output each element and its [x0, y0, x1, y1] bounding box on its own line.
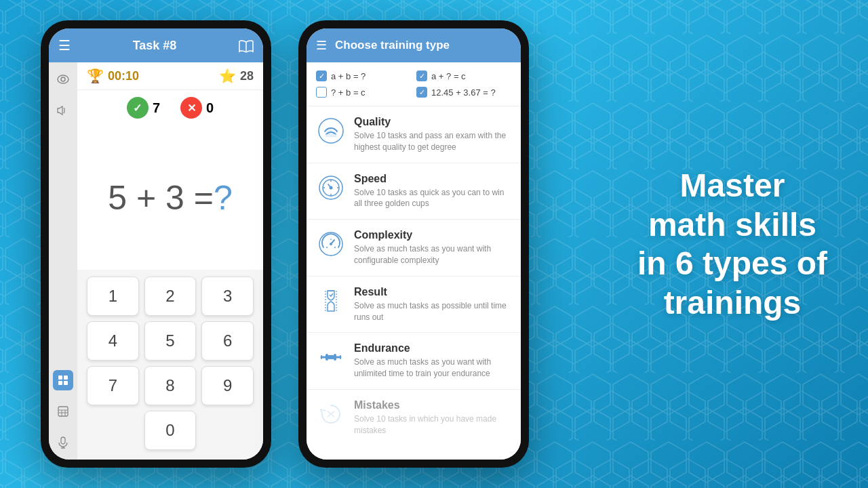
- endurance-text: Endurance Solve as much tasks as you wan…: [354, 342, 511, 380]
- phone2: ☰ Choose training type ✓ a + b = ? ✓ a +…: [298, 20, 529, 468]
- cb-decimal-icon: ✓: [416, 87, 427, 98]
- speed-icon: [316, 173, 346, 203]
- speed-desc: Solve 10 tasks as quick as you can to wi…: [354, 187, 511, 210]
- checkbox-ac[interactable]: ✓ a + ? = c: [416, 70, 511, 81]
- side-panel: [49, 62, 77, 460]
- training-item-complexity[interactable]: Complexity Solve as much tasks as you wa…: [307, 220, 521, 277]
- svg-rect-36: [334, 354, 336, 361]
- check-icon: ✓: [127, 97, 149, 119]
- volume-icon-btn[interactable]: [53, 100, 73, 121]
- training-list: Quality Solve 10 tasks and pass an exam …: [307, 106, 521, 460]
- quality-desc: Solve 10 tasks and pass an exam with the…: [354, 130, 511, 153]
- svg-rect-35: [326, 354, 328, 361]
- cb-ab-label: a + b = ?: [331, 71, 366, 81]
- num-btn-9[interactable]: 9: [201, 366, 254, 405]
- book-icon[interactable]: [239, 38, 254, 54]
- incorrect-count: ✕ 0: [180, 97, 214, 119]
- phone1-title: Task #8: [133, 39, 177, 53]
- svg-rect-12: [61, 437, 65, 444]
- mistakes-desc: Solve 10 tasks in which you have made mi…: [354, 413, 511, 436]
- num-btn-6[interactable]: 6: [201, 321, 254, 361]
- checkbox-decimal[interactable]: ✓ 12.45 + 3.67 = ?: [416, 87, 511, 98]
- num-btn-3[interactable]: 3: [201, 277, 254, 316]
- numpad: 1 2 3 4 5 6 7 8 9 0: [77, 270, 263, 460]
- num-btn-2[interactable]: 2: [144, 277, 197, 316]
- result-icon: [316, 286, 346, 316]
- cb-bc-label: ? + b = c: [331, 87, 366, 98]
- math-problem: 5 + 3 = ?: [77, 125, 263, 270]
- mistakes-text: Mistakes Solve 10 tasks in which you hav…: [354, 399, 511, 436]
- num-btn-0[interactable]: 0: [144, 411, 197, 450]
- phone1-sidebar: 🏆 00:10 ⭐ 28 ✓ 7: [49, 62, 263, 460]
- complexity-text: Complexity Solve as much tasks as you wa…: [354, 229, 511, 266]
- svg-point-2: [61, 77, 65, 81]
- score-display: ⭐ 28: [219, 68, 254, 84]
- svg-rect-6: [64, 381, 68, 385]
- num-btn-4[interactable]: 4: [87, 321, 139, 361]
- timer-display: 🏆 00:10: [87, 68, 139, 84]
- cb-bc-icon: [316, 87, 327, 98]
- cb-ac-label: a + ? = c: [431, 71, 466, 81]
- training-item-quality[interactable]: Quality Solve 10 tasks and pass an exam …: [307, 106, 521, 163]
- training-item-result[interactable]: Result Solve as much tasks as possible u…: [307, 277, 521, 333]
- speed-text: Speed Solve 10 tasks as quick as you can…: [354, 173, 511, 210]
- cb-decimal-label: 12.45 + 3.67 = ?: [431, 87, 496, 98]
- complexity-name: Complexity: [354, 229, 511, 241]
- menu-icon-phone2[interactable]: ☰: [316, 38, 327, 53]
- result-desc: Solve as much tasks as possible until ti…: [354, 300, 511, 323]
- svg-rect-37: [328, 355, 334, 359]
- complexity-icon: [316, 229, 346, 259]
- correct-value: 7: [153, 100, 160, 116]
- quality-name: Quality: [354, 116, 511, 128]
- phone2-header: ☰ Choose training type: [307, 28, 521, 62]
- star-icon: ⭐: [219, 68, 236, 84]
- mistakes-icon: [316, 399, 346, 429]
- result-text: Result Solve as much tasks as possible u…: [354, 286, 511, 323]
- phone1-inner: ☰ Task #8: [49, 28, 263, 460]
- quality-icon: [316, 116, 346, 146]
- quality-text: Quality Solve 10 tasks and pass an exam …: [354, 116, 511, 153]
- svg-rect-3: [58, 375, 62, 380]
- table-icon-btn[interactable]: [53, 401, 73, 422]
- speed-name: Speed: [354, 173, 511, 185]
- phone1-header: ☰ Task #8: [49, 28, 263, 62]
- svg-rect-4: [64, 375, 68, 380]
- num-btn-5[interactable]: 5: [144, 321, 197, 361]
- phone2-inner: ☰ Choose training type ✓ a + b = ? ✓ a +…: [307, 28, 521, 460]
- training-item-mistakes[interactable]: Mistakes Solve 10 tasks in which you hav…: [307, 390, 521, 446]
- phone1: ☰ Task #8: [41, 20, 271, 468]
- endurance-icon: [316, 342, 346, 372]
- checkbox-ab[interactable]: ✓ a + b = ?: [316, 70, 411, 81]
- svg-point-26: [330, 243, 332, 245]
- grid-icon-btn[interactable]: [53, 370, 73, 390]
- svg-point-1: [58, 75, 68, 83]
- checkboxes-section: ✓ a + b = ? ✓ a + ? = c ? + b = c ✓ 12.4…: [307, 62, 521, 106]
- svg-rect-5: [58, 381, 62, 385]
- cb-ac-icon: ✓: [416, 70, 427, 81]
- promo-text: Master math skills in 6 types of trainin…: [637, 166, 827, 322]
- phones-area: ☰ Task #8: [41, 20, 529, 468]
- result-name: Result: [354, 286, 511, 298]
- phone2-title: Choose training type: [335, 39, 450, 52]
- mic-icon-btn[interactable]: [53, 432, 73, 453]
- cb-ab-icon: ✓: [316, 70, 327, 81]
- timer-value: 00:10: [108, 69, 139, 83]
- score-value: 28: [240, 69, 254, 83]
- checkbox-bc[interactable]: ? + b = c: [316, 87, 411, 98]
- training-item-speed[interactable]: Speed Solve 10 tasks as quick as you can…: [307, 163, 521, 220]
- eye-icon-btn[interactable]: [53, 69, 73, 89]
- endurance-desc: Solve as much tasks as you want with unl…: [354, 357, 511, 380]
- menu-icon-phone1[interactable]: ☰: [58, 37, 71, 54]
- mistakes-name: Mistakes: [354, 399, 511, 411]
- phone1-content: 🏆 00:10 ⭐ 28 ✓ 7: [77, 62, 263, 460]
- correct-count: ✓ 7: [127, 97, 160, 119]
- trophy-icon: 🏆: [87, 68, 104, 84]
- num-btn-1[interactable]: 1: [87, 277, 139, 316]
- svg-rect-7: [58, 407, 68, 416]
- incorrect-value: 0: [206, 100, 214, 116]
- num-btn-7[interactable]: 7: [87, 366, 139, 405]
- cross-icon: ✕: [180, 97, 202, 119]
- training-item-endurance[interactable]: Endurance Solve as much tasks as you wan…: [307, 333, 521, 390]
- stats-bar: 🏆 00:10 ⭐ 28: [77, 62, 263, 90]
- num-btn-8[interactable]: 8: [144, 366, 197, 405]
